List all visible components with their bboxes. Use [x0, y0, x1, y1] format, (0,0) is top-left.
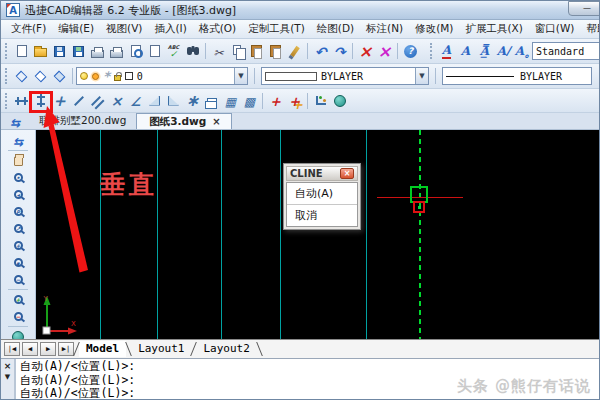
construction-line-horizontal-button[interactable]	[12, 91, 31, 111]
construction-line-parallel-button[interactable]	[88, 91, 107, 111]
command-close-button[interactable]: ×	[4, 362, 12, 370]
zoom-named-button[interactable]	[6, 203, 30, 220]
zoom-window-button[interactable]	[6, 254, 30, 271]
toolbar-grip[interactable]	[5, 93, 9, 109]
construction-line-vertical-button[interactable]	[31, 91, 50, 111]
open-button[interactable]	[31, 41, 50, 61]
zoom-all-button[interactable]	[6, 328, 30, 339]
zoom-back-button[interactable]	[6, 186, 30, 203]
layer-previous-button[interactable]	[31, 66, 50, 86]
grid-button[interactable]	[221, 91, 240, 111]
menu-insert[interactable]: 插入(I)	[148, 21, 192, 37]
undo-button[interactable]	[311, 41, 330, 61]
cline-popup-titlebar[interactable]: CLINE ×	[286, 166, 358, 181]
cline-option-cancel[interactable]: 取消	[287, 204, 357, 226]
chart-axes-button[interactable]	[311, 91, 330, 111]
construction-line-angle-button[interactable]	[69, 91, 88, 111]
text-style-combo[interactable]: Standard	[532, 42, 600, 60]
linetype-combo[interactable]: BYLAYER	[442, 67, 592, 85]
zoom-out-window-button[interactable]	[6, 271, 30, 288]
menu-custom-tools[interactable]: 定制工具(T)	[242, 21, 311, 37]
switch-window-button[interactable]	[3, 113, 27, 129]
point-button[interactable]	[266, 91, 285, 111]
menu-window[interactable]: 窗口(W)	[529, 21, 581, 37]
rectangles-button[interactable]	[202, 91, 221, 111]
spell-check-button[interactable]	[164, 41, 183, 61]
construction-line-vertical[interactable]	[100, 130, 101, 339]
triangle-right-button[interactable]	[164, 91, 183, 111]
layers-button[interactable]	[12, 66, 31, 86]
close-icon[interactable]: ×	[340, 168, 354, 179]
construction-line-cross-button[interactable]	[50, 91, 69, 111]
menu-express-tools[interactable]: 扩展工具(X)	[459, 21, 528, 37]
toolbar-grip[interactable]	[430, 43, 434, 59]
copy-button[interactable]	[228, 41, 247, 61]
cline-option-auto[interactable]: 自动(A)	[287, 183, 357, 204]
tab-layout2[interactable]: Layout2	[196, 341, 256, 357]
layer-combo-arrow[interactable]: ▼	[234, 68, 247, 84]
toolbar-grip[interactable]	[5, 43, 9, 59]
find-button[interactable]	[183, 41, 202, 61]
doc-tab-lianpai[interactable]: 联排别墅200.dwg	[27, 113, 136, 129]
pan-button[interactable]	[6, 152, 30, 169]
menu-modify[interactable]: 修改(M)	[409, 21, 459, 37]
menu-format[interactable]: 格式(O)	[193, 21, 242, 37]
paste-button[interactable]	[247, 41, 266, 61]
print-2-button[interactable]	[107, 41, 126, 61]
menu-edit[interactable]: 编辑(E)	[52, 21, 100, 37]
format-painter-button[interactable]	[285, 41, 304, 61]
tab-layout1[interactable]: Layout1	[131, 341, 191, 357]
layer-combo[interactable]: 0 ▼	[76, 67, 248, 85]
zoom-out-button[interactable]	[6, 308, 30, 325]
triangle-left-button[interactable]	[145, 91, 164, 111]
menu-view[interactable]: 视图(V)	[100, 21, 148, 37]
tab-nav-next-button[interactable]: ▶	[40, 342, 56, 356]
menu-file[interactable]: 文件(F)	[5, 21, 52, 37]
text-edit-button[interactable]: A̲̿	[475, 41, 494, 61]
close-tab-icon[interactable]: ×	[212, 116, 220, 127]
redo-button[interactable]	[330, 41, 349, 61]
text-style-button[interactable]: A∕	[494, 41, 513, 61]
menu-draw[interactable]: 绘图(D)	[311, 21, 360, 37]
zoom-dynamic-button[interactable]	[6, 220, 30, 237]
menu-dimension[interactable]: 标注(N)	[360, 21, 409, 37]
chart-globe-button[interactable]	[330, 91, 349, 111]
text-find-button[interactable]: A˳	[513, 41, 532, 61]
zoom-in-window-button[interactable]	[6, 237, 30, 254]
toolbar-grip[interactable]	[5, 68, 9, 84]
color-combo[interactable]: BYLAYER ▼	[261, 67, 429, 85]
page-setup-button[interactable]	[145, 41, 164, 61]
hatch-grid-button[interactable]	[240, 91, 259, 111]
text-underline-button[interactable]: A	[437, 41, 456, 61]
construction-line-x-button[interactable]	[107, 91, 126, 111]
tab-model[interactable]: Model	[79, 341, 126, 357]
construction-line-vertical[interactable]	[221, 130, 222, 339]
view-swap-button[interactable]	[6, 132, 30, 149]
tab-nav-last-button[interactable]: ▶|	[58, 342, 74, 356]
drawing-canvas[interactable]: 垂直 CLINE × 自动(A) 取消 Y X	[36, 130, 599, 339]
print-button[interactable]	[88, 41, 107, 61]
command-history[interactable]: 自动(A)/<位置(L)>: 自动(A)/<位置(L)>: 自动(A)/<位置(…	[16, 359, 139, 400]
tab-nav-first-button[interactable]: |◀	[4, 342, 20, 356]
zoom-in-button[interactable]	[6, 291, 30, 308]
paste-special-button[interactable]	[266, 41, 285, 61]
zoom-previous-button[interactable]	[6, 169, 30, 186]
print-preview-button[interactable]	[126, 41, 145, 61]
color-combo-arrow[interactable]: ▼	[415, 68, 428, 84]
help-button[interactable]	[401, 41, 420, 61]
save-as-button[interactable]	[69, 41, 88, 61]
construction-line-vertical[interactable]	[157, 130, 158, 339]
text-button[interactable]: A	[456, 41, 475, 61]
command-expand-button[interactable]: ▼	[5, 374, 10, 381]
construction-line-vertical[interactable]	[280, 130, 281, 339]
save-button[interactable]	[50, 41, 69, 61]
purge-button[interactable]	[375, 41, 394, 61]
tab-nav-prev-button[interactable]: ◀	[22, 342, 38, 356]
point-divide-button[interactable]	[285, 91, 304, 111]
bisect-button[interactable]	[126, 91, 145, 111]
construction-line-vertical[interactable]	[366, 130, 367, 339]
delete-button[interactable]	[356, 41, 375, 61]
layer-manager-button[interactable]	[50, 66, 69, 86]
minimize-button[interactable]: —	[568, 1, 600, 16]
array-polar-button[interactable]	[183, 91, 202, 111]
